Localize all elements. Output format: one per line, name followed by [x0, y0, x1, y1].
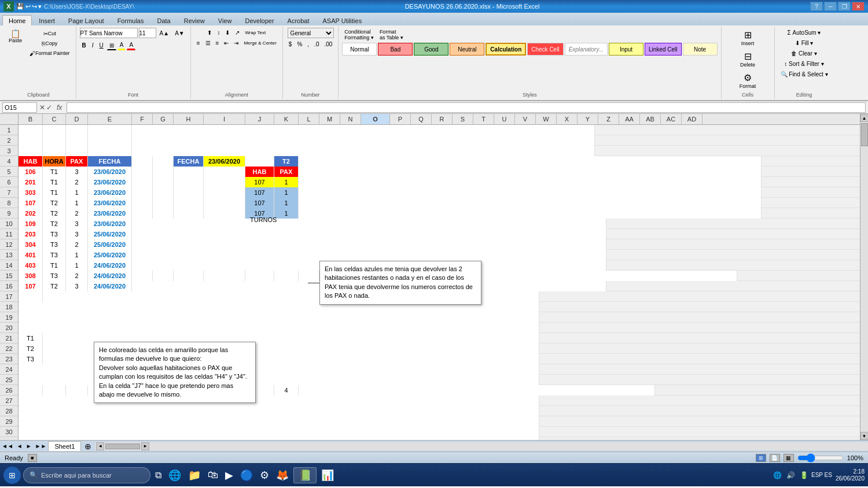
border-button[interactable]: ⊞ — [107, 40, 116, 50]
cell-b13[interactable]: 401 — [19, 250, 43, 260]
taskbar-excel-active-btn[interactable]: 📗 — [293, 467, 317, 483]
merge-center-btn[interactable]: Merge & Center — [241, 38, 278, 47]
cell-rest26[interactable] — [299, 385, 655, 395]
row-num-25[interactable]: 25 — [0, 375, 18, 385]
style-neutral[interactable]: Neutral — [450, 43, 484, 56]
style-linked-cell[interactable]: Linked Cell — [645, 43, 681, 56]
sheet-nav-next[interactable]: ► — [24, 443, 34, 449]
insert-cells-btn[interactable]: ⊞ Insert — [738, 28, 757, 48]
style-note[interactable]: Note — [683, 43, 718, 56]
qat-more-btn[interactable]: ▾ — [38, 3, 42, 10]
cell-e13[interactable]: 25/06/2020 — [88, 250, 132, 260]
cell-c12[interactable]: T3 — [43, 239, 66, 250]
taskbar-chrome-btn[interactable]: 🔵 — [238, 468, 255, 483]
cell-f8[interactable] — [132, 198, 153, 208]
tab-home[interactable]: Home — [2, 15, 32, 25]
cell-c1[interactable] — [43, 125, 66, 135]
tab-view[interactable]: View — [212, 15, 238, 25]
style-bad[interactable]: Bad — [378, 43, 413, 56]
align-center-btn[interactable]: ☰ — [203, 38, 213, 47]
cell-j6[interactable]: 107 — [245, 177, 274, 187]
col-header-g[interactable]: G — [153, 114, 174, 124]
row-num-10[interactable]: 10 — [0, 219, 18, 229]
cell-b12[interactable]: 304 — [19, 239, 43, 250]
align-top-btn[interactable]: ⬆ — [205, 28, 214, 37]
normal-view-btn[interactable]: ⊞ — [756, 454, 766, 462]
cell-b15[interactable]: 308 — [19, 271, 43, 281]
cell-e9[interactable]: 23/06/2020 — [88, 208, 132, 219]
col-header-aa[interactable]: AA — [619, 114, 640, 124]
cell-d13[interactable]: 1 — [66, 250, 88, 260]
tab-data[interactable]: Data — [150, 15, 176, 25]
col-header-w[interactable]: W — [536, 114, 557, 124]
cell-i15[interactable] — [204, 271, 245, 281]
row-num-20[interactable]: 20 — [0, 323, 18, 333]
cell-i4[interactable]: 23/06/2020 — [204, 156, 245, 167]
cell-c4[interactable]: HORA — [43, 156, 66, 167]
cell-c7[interactable]: T1 — [43, 187, 66, 198]
cell-e14[interactable]: 24/06/2020 — [88, 260, 132, 271]
sort-filter-btn[interactable]: ↕ Sort & Filter ▾ — [782, 59, 826, 68]
cell-d11[interactable]: 3 — [66, 229, 88, 239]
hscroll-right-btn[interactable]: ► — [141, 442, 149, 450]
cell-h5[interactable] — [174, 167, 204, 177]
row-num-4[interactable]: 4 — [0, 156, 18, 167]
row-num-12[interactable]: 12 — [0, 239, 18, 250]
increase-decimal-btn[interactable]: .00 — [322, 39, 334, 49]
zoom-slider[interactable] — [797, 455, 844, 461]
cell-b22[interactable]: T2 — [19, 343, 43, 354]
vscroll-down-btn[interactable]: ▼ — [860, 432, 869, 440]
col-header-ab[interactable]: AB — [640, 114, 661, 124]
cell-row30[interactable] — [19, 427, 539, 437]
format-cells-btn[interactable]: ⚙ Format — [737, 71, 759, 91]
cell-d8[interactable]: 1 — [66, 198, 88, 208]
cancel-formula-btn[interactable]: ✕ — [39, 103, 45, 112]
copy-button[interactable]: ⎘ Copy — [27, 39, 72, 48]
cell-k26[interactable]: 4 — [274, 385, 299, 395]
cell-e16[interactable]: 24/06/2020 — [88, 281, 132, 291]
cell-rest5[interactable] — [299, 167, 762, 177]
tray-battery-icon[interactable]: 🔋 — [798, 470, 810, 480]
font-face-selector[interactable] — [80, 28, 138, 38]
cell-e3[interactable] — [88, 146, 132, 156]
decrease-indent-btn[interactable]: ⇤ — [222, 38, 231, 47]
currency-btn[interactable]: $ — [286, 39, 295, 49]
confirm-formula-btn[interactable]: ✓ — [46, 103, 52, 112]
cell-b7[interactable]: 303 — [19, 187, 43, 198]
col-header-f[interactable]: F — [132, 114, 153, 124]
cell-c3[interactable] — [43, 146, 66, 156]
tab-asap[interactable]: ASAP Utilities — [317, 15, 369, 25]
row-num-8[interactable]: 8 — [0, 198, 18, 208]
font-color-button[interactable]: A — [127, 40, 135, 50]
cell-c2[interactable] — [43, 135, 66, 146]
vscroll-thumb[interactable] — [861, 123, 868, 146]
taskbar-media-btn[interactable]: ▶ — [223, 468, 236, 483]
cell-e8[interactable]: 23/06/2020 — [88, 198, 132, 208]
col-header-ac[interactable]: AC — [661, 114, 682, 124]
cell-k9[interactable]: 1 — [274, 208, 299, 219]
cell-k6[interactable]: 1 — [274, 177, 299, 187]
row-num-31[interactable]: 31 — [0, 437, 18, 440]
cell-i7[interactable] — [204, 187, 245, 198]
format-as-table-btn[interactable]: Formatas Table ▾ — [377, 28, 406, 42]
row-num-23[interactable]: 23 — [0, 354, 18, 364]
save-qat-btn[interactable]: 💾 — [16, 3, 24, 10]
cell-e12[interactable]: 25/06/2020 — [88, 239, 132, 250]
cell-rest7[interactable] — [299, 187, 762, 198]
cell-h6[interactable] — [174, 177, 204, 187]
percent-btn[interactable]: % — [295, 39, 304, 49]
cell-rest3[interactable] — [132, 146, 595, 156]
row-num-16[interactable]: 16 — [0, 281, 18, 291]
style-input[interactable]: Input — [609, 43, 643, 56]
cell-d7[interactable]: 1 — [66, 187, 88, 198]
col-header-d[interactable]: D — [66, 114, 88, 124]
cell-g6[interactable] — [153, 177, 174, 187]
col-header-b[interactable]: B — [19, 114, 43, 124]
cell-f7[interactable] — [132, 187, 153, 198]
wrap-text-btn[interactable]: Wrap Text — [242, 28, 268, 37]
number-format-selector[interactable]: General — [288, 28, 334, 38]
cell-j8[interactable]: 107 — [245, 198, 274, 208]
cell-e5[interactable]: 23/06/2020 — [88, 167, 132, 177]
cell-d1[interactable] — [66, 125, 88, 135]
cell-e6[interactable]: 23/06/2020 — [88, 177, 132, 187]
